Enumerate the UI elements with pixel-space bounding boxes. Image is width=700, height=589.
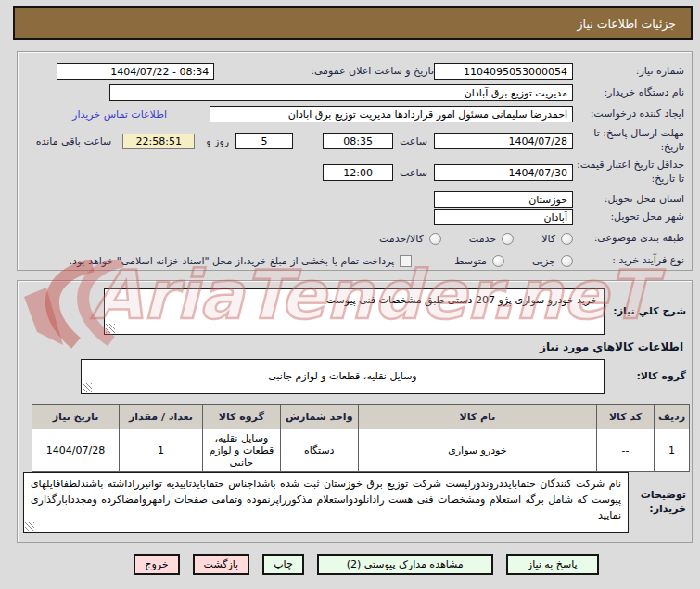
- row-subject-class: طبقه بندی موضوعی: کالا خدمت کالا/خدمت: [25, 229, 684, 248]
- need-number-label: شماره نیاز:: [573, 65, 684, 79]
- subject-class-label: طبقه بندی موضوعی:: [573, 232, 684, 246]
- table-header-item-code: کد کالا: [597, 405, 655, 429]
- page-title: جزئیات اطلاعات نیاز: [578, 17, 676, 31]
- table-header-row-number: ردیف: [655, 405, 690, 429]
- subject-option-service: خدمت: [469, 233, 514, 245]
- radio-goods-service-label: کالا/خدمت: [379, 233, 424, 245]
- goods-group-wrap: وسایل نقلیه، قطعات و لوازم جانبی: [81, 359, 605, 394]
- price-validity-date-input[interactable]: [434, 164, 573, 181]
- row-province: استان محل تحویل:: [25, 190, 684, 209]
- radio-goods[interactable]: [561, 233, 573, 245]
- treasury-payment-checkbox[interactable]: [400, 255, 412, 267]
- cell-need-date: 1404/07/28: [32, 429, 120, 472]
- province-label: استان محل تحویل:: [573, 193, 684, 207]
- table-header-need-date: تاریخ نیاز: [32, 405, 120, 429]
- city-label: شهر محل تحویل:: [573, 211, 684, 224]
- cell-quantity: 1: [120, 429, 203, 472]
- table-header-row: ردیف کد کالا نام کالا واحد شمارش گروه کا…: [32, 405, 690, 429]
- need-info-panel: شماره نیاز: تاریخ و ساعت اعلان عمومی: نا…: [17, 51, 693, 271]
- request-creator-label: ایجاد کننده درخواست:: [573, 108, 684, 122]
- row-need-description: شرح کلي نیاز: خرید خودرو سواری پژو 207 د…: [104, 288, 686, 335]
- price-validity-time-input[interactable]: [323, 164, 393, 181]
- respond-to-need-button[interactable]: پاسخ به نیاز: [506, 554, 599, 575]
- need-description-textarea[interactable]: خرید خودرو سواری پژو 207 دستی طبق مشخصات…: [104, 288, 605, 335]
- goods-table: ردیف کد کالا نام کالا واحد شمارش گروه کا…: [32, 404, 690, 472]
- table-header-quantity: تعداد / مقدار: [120, 405, 203, 429]
- remaining-days-input[interactable]: [235, 133, 293, 149]
- radio-goods-service[interactable]: [429, 233, 441, 245]
- goods-panel: شرح کلي نیاز: خرید خودرو سواری پژو 207 د…: [17, 280, 693, 543]
- radio-service-label: خدمت: [469, 233, 496, 245]
- radio-medium-label: متوسط: [454, 255, 487, 267]
- cell-item-code: --: [597, 429, 655, 472]
- process-type-label: نوع فرآیند خرید :: [573, 254, 684, 268]
- buyer-org-input[interactable]: [109, 84, 573, 101]
- cell-item-name: خودرو سواری: [358, 429, 596, 472]
- reply-deadline-time-input[interactable]: [323, 133, 393, 149]
- table-row: 1 -- خودرو سواری دستگاه وسایل نقلیه، قطع…: [32, 429, 690, 472]
- countdown-timer: 22:58:51: [122, 134, 195, 149]
- cell-row-number: 1: [655, 429, 690, 472]
- radio-minor[interactable]: [561, 255, 573, 267]
- treasury-payment-option: پرداخت تمام یا بخشی از مبلغ خرید،از محل …: [70, 255, 413, 267]
- subject-option-goods-service: کالا/خدمت: [379, 233, 441, 245]
- row-process-type: نوع فرآیند خرید : جزیی متوسط پرداخت تمام…: [25, 251, 684, 270]
- need-description-label: شرح کلي نیاز:: [605, 305, 686, 319]
- goods-group-textarea[interactable]: وسایل نقلیه، قطعات و لوازم جانبی: [81, 359, 605, 394]
- back-button[interactable]: بازگشت: [193, 554, 250, 575]
- reply-deadline-hour-label: ساعت: [393, 135, 434, 147]
- row-buyer-org: نام دستگاه خریدار:: [25, 83, 684, 102]
- goods-section-title: اطلاعات کالاهاي مورد نیاز: [540, 340, 683, 353]
- need-details-page: جزئیات اطلاعات نیاز شماره نیاز: تاریخ و …: [0, 0, 700, 589]
- cell-item-group: وسایل نقلیه، قطعات و لوازم جانبی: [202, 429, 280, 472]
- row-request-creator: ایجاد کننده درخواست: اطلاعات تماس خریدار: [25, 105, 684, 123]
- table-header-count-unit: واحد شمارش: [280, 405, 358, 429]
- radio-goods-label: کالا: [541, 233, 555, 245]
- buyer-notes-wrap: نام شرکت کنندگان حتمابایددروندورلیست شرک…: [23, 472, 629, 533]
- radio-medium[interactable]: [492, 255, 504, 267]
- row-city: شهر محل تحویل:: [25, 208, 684, 226]
- request-creator-input[interactable]: [210, 106, 573, 122]
- footer-button-bar: پاسخ به نیاز مشاهده مدارک پیوستي (2) چاپ…: [32, 554, 700, 575]
- exit-button[interactable]: خروج: [134, 554, 179, 575]
- radio-minor-label: جزیی: [532, 255, 555, 267]
- view-attached-documents-button[interactable]: مشاهده مدارک پیوستي (2): [317, 554, 493, 575]
- row-reply-deadline: مهلت ارسال پاسخ: تا تاریخ: ساعت روز و 22…: [25, 125, 684, 157]
- process-option-medium: متوسط: [454, 255, 504, 267]
- announce-datetime-label: تاریخ و ساعت اعلان عمومی:: [307, 65, 434, 79]
- price-validity-hour-label: ساعت: [393, 167, 434, 179]
- city-input[interactable]: [434, 209, 573, 225]
- subject-option-goods: کالا: [541, 233, 573, 245]
- print-button[interactable]: چاپ: [262, 554, 304, 575]
- need-number-input[interactable]: [434, 63, 573, 80]
- row-goods-group: گروه کالا: وسایل نقلیه، قطعات و لوازم جا…: [81, 359, 686, 394]
- cell-count-unit: دستگاه: [280, 429, 358, 472]
- row-price-validity: حداقل تاریخ اعتبار قیمت: تا تاریخ: ساعت: [25, 157, 684, 188]
- need-description-wrap: خرید خودرو سواری پژو 207 دستی طبق مشخصات…: [104, 288, 605, 335]
- table-header-item-group: گروه کالا: [202, 405, 280, 429]
- process-option-minor: جزیی: [532, 255, 573, 267]
- buyer-notes-textarea[interactable]: نام شرکت کنندگان حتمابایددروندورلیست شرک…: [23, 472, 629, 533]
- buyer-notes-label: توضیحات خریدار:: [629, 489, 686, 517]
- countdown-label: ساعت باقي مانده: [30, 135, 119, 147]
- row-need-number: شماره نیاز: تاریخ و ساعت اعلان عمومی:: [25, 62, 684, 81]
- treasury-payment-label: پرداخت تمام یا بخشی از مبلغ خرید،از محل …: [70, 255, 395, 267]
- radio-service[interactable]: [502, 233, 514, 245]
- province-input[interactable]: [434, 191, 573, 208]
- reply-deadline-label: مهلت ارسال پاسخ: تا تاریخ:: [573, 127, 684, 155]
- row-buyer-notes: توضیحات خریدار: نام شرکت کنندگان حتمابای…: [23, 472, 686, 533]
- goods-group-label: گروه کالا:: [605, 370, 686, 384]
- price-validity-label: حداقل تاریخ اعتبار قیمت: تا تاریخ:: [573, 159, 684, 186]
- page-title-bar: جزئیات اطلاعات نیاز: [13, 6, 693, 40]
- buyer-org-label: نام دستگاه خریدار:: [573, 86, 684, 100]
- remaining-days-label: روز و: [199, 135, 235, 147]
- buyer-contact-link[interactable]: اطلاعات تماس خریدار: [72, 109, 167, 121]
- table-header-item-name: نام کالا: [358, 405, 596, 429]
- announce-datetime-input[interactable]: [57, 63, 214, 80]
- reply-deadline-date-input[interactable]: [434, 133, 573, 149]
